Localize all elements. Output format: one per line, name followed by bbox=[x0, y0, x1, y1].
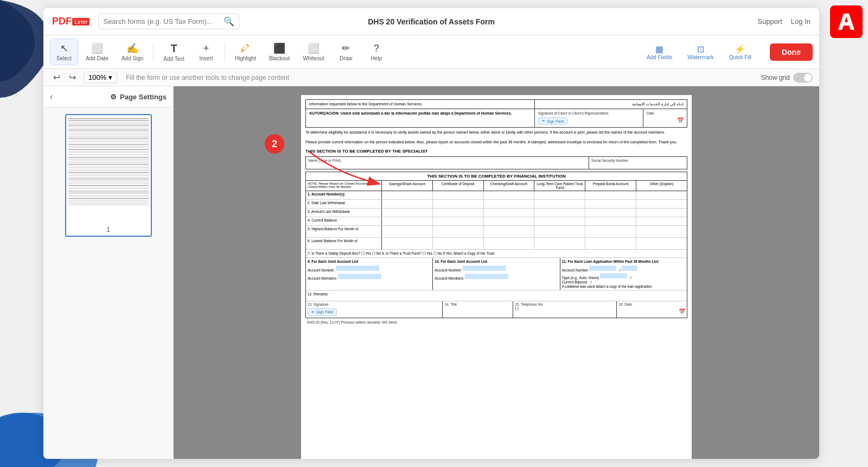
document-viewer[interactable]: 2 information requested below to th bbox=[174, 86, 819, 459]
date-cal-icon-2[interactable]: 📅 bbox=[679, 308, 685, 314]
fin-cell-3-6[interactable] bbox=[636, 209, 687, 217]
fin-cell-1-2[interactable] bbox=[433, 191, 484, 199]
fin-cell-6-6[interactable] bbox=[636, 238, 687, 249]
remarks-row: 12. Remarks: bbox=[306, 291, 687, 301]
header-left-text: information requested below to the Depar… bbox=[309, 102, 423, 106]
sign-field-button-1[interactable]: ✒ Sign Field bbox=[538, 117, 567, 125]
joint-1-members-input[interactable] bbox=[338, 274, 381, 279]
grid-toggle[interactable] bbox=[793, 73, 813, 83]
done-button[interactable]: Done bbox=[770, 43, 813, 61]
tool-quick-fill[interactable]: ⚡ Quick Fill bbox=[724, 42, 757, 62]
tool-watermark[interactable]: ⊡ Watermark bbox=[682, 42, 719, 62]
tool-blackout[interactable]: ⬛ Blackout bbox=[264, 39, 295, 65]
toolbar-right: ▦ Add Fields ⊡ Watermark ⚡ Quick Fill Do… bbox=[641, 42, 813, 62]
loan-acct-row: Account Number / bbox=[562, 265, 685, 272]
fin-cell-2-1[interactable] bbox=[382, 200, 433, 208]
search-icon[interactable]: 🔍 bbox=[224, 16, 234, 27]
tool-add-text[interactable]: T Add Text bbox=[158, 39, 190, 65]
sign-field-button-2[interactable]: ✒ Sign Field bbox=[308, 308, 337, 316]
fin-cell-5-2[interactable] bbox=[433, 226, 484, 237]
zoom-control[interactable]: 100% ▾ bbox=[84, 72, 117, 83]
fin-cell-1-5[interactable] bbox=[585, 191, 636, 199]
tool-highlight[interactable]: 🖍 Highlight bbox=[229, 40, 261, 65]
fin-cell-5-6[interactable] bbox=[636, 226, 687, 237]
fin-cell-3-3[interactable] bbox=[484, 209, 535, 217]
remarks-input[interactable] bbox=[329, 292, 669, 296]
page-thumbnail-1[interactable]: 1 bbox=[65, 114, 152, 237]
tool-insert[interactable]: + Insert bbox=[192, 40, 220, 65]
fin-cell-6-4[interactable] bbox=[534, 238, 585, 249]
fin-cell-4-5[interactable] bbox=[585, 217, 636, 225]
undo-button[interactable]: ↩ bbox=[50, 71, 63, 84]
logo-liner-text: Liner bbox=[72, 18, 90, 26]
auth-box: AUTORIZACION: Usted está autorizado a da… bbox=[305, 109, 687, 128]
fin-col-other: Other (Explain) bbox=[636, 181, 687, 191]
fin-cell-1-1[interactable] bbox=[382, 191, 433, 199]
sub-toolbar: ↩ ↪ 100% ▾ Fill the form or use another … bbox=[43, 69, 819, 86]
fin-cell-6-2[interactable] bbox=[433, 238, 484, 249]
fin-cell-4-1[interactable] bbox=[382, 217, 433, 225]
fin-cell-1-3[interactable] bbox=[484, 191, 535, 199]
login-link[interactable]: Log In bbox=[791, 17, 810, 26]
fin-cell-2-3[interactable] bbox=[484, 200, 535, 208]
fin-cell-4-4[interactable] bbox=[534, 217, 585, 225]
quick-fill-icon: ⚡ bbox=[735, 44, 745, 54]
fin-cell-2-4[interactable] bbox=[534, 200, 585, 208]
loan-type-input[interactable] bbox=[600, 273, 627, 279]
zoom-dropdown-icon: ▾ bbox=[108, 73, 112, 81]
thumb-form-content bbox=[66, 115, 151, 224]
fin-cell-2-6[interactable] bbox=[636, 200, 687, 208]
fin-cell-3-2[interactable] bbox=[433, 209, 484, 217]
sign-field-label-1: Sign Field bbox=[547, 119, 564, 123]
page-thumb-inner bbox=[66, 115, 151, 224]
fin-cell-6-3[interactable] bbox=[484, 238, 535, 249]
sidebar-pages: 1 bbox=[43, 108, 173, 459]
tool-add-date[interactable]: ⬜ Add Date bbox=[80, 39, 114, 65]
tool-add-fields[interactable]: ▦ Add Fields bbox=[641, 42, 678, 62]
fin-cell-6-5[interactable] bbox=[585, 238, 636, 249]
tool-select[interactable]: ↖ Select bbox=[50, 39, 78, 65]
name-input[interactable] bbox=[308, 163, 586, 167]
loan-acct-input[interactable] bbox=[589, 266, 616, 271]
fin-cell-4-2[interactable] bbox=[433, 217, 484, 225]
date-calendar-icon[interactable]: 📅 bbox=[677, 117, 684, 123]
undo-redo: ↩ ↪ bbox=[50, 71, 79, 84]
sign-pen-icon: ✒ bbox=[542, 119, 545, 123]
fin-cell-4-6[interactable] bbox=[636, 217, 687, 225]
tool-whiteout[interactable]: ⬜ Whiteout bbox=[297, 39, 329, 65]
fin-cell-2-2[interactable] bbox=[433, 200, 484, 208]
title-input[interactable] bbox=[444, 306, 504, 310]
fin-row-1: 1. Account Number(s): bbox=[306, 191, 687, 200]
fin-cell-3-1[interactable] bbox=[382, 209, 433, 217]
search-input[interactable] bbox=[103, 17, 224, 26]
fin-cell-5-3[interactable] bbox=[484, 226, 535, 237]
fin-cell-2-5[interactable] bbox=[585, 200, 636, 208]
fin-cell-5-5[interactable] bbox=[585, 226, 636, 237]
loan-acct-input-2[interactable] bbox=[621, 266, 637, 271]
joint-2-acct-input[interactable] bbox=[463, 266, 506, 271]
loan-balance-row: Current Balance / bbox=[562, 280, 685, 284]
fin-cell-3-4[interactable] bbox=[534, 209, 585, 217]
redo-button[interactable]: ↪ bbox=[66, 71, 79, 84]
search-box[interactable]: 🔍 bbox=[98, 14, 239, 29]
fin-cell-5-4[interactable] bbox=[534, 226, 585, 237]
fin-cell-5-1[interactable] bbox=[382, 226, 433, 237]
fin-cell-6-1[interactable] bbox=[382, 238, 433, 249]
sidebar-collapse-button[interactable]: ‹ bbox=[50, 92, 53, 102]
paragraph-2: Please provide current information on th… bbox=[305, 137, 687, 147]
tool-add-sign[interactable]: ✍ Add Sign bbox=[116, 39, 149, 65]
tool-help[interactable]: ? Help bbox=[362, 40, 391, 65]
fin-cell-3-5[interactable] bbox=[585, 209, 636, 217]
remarks-label: 12. Remarks: bbox=[308, 292, 329, 296]
tool-draw[interactable]: ✏ Draw bbox=[332, 39, 360, 65]
form-header-box: information requested below to the Depar… bbox=[305, 99, 687, 109]
fin-cell-1-6[interactable] bbox=[636, 191, 687, 199]
fin-cell-4-3[interactable] bbox=[484, 217, 535, 225]
ssn-input[interactable] bbox=[591, 163, 685, 167]
joint-1-acct-input[interactable] bbox=[336, 266, 379, 271]
support-link[interactable]: Support bbox=[757, 17, 782, 26]
sidebar-title: ⚙ Page Settings bbox=[110, 93, 167, 101]
joint-2-members-input[interactable] bbox=[465, 274, 508, 279]
add-sign-icon: ✍ bbox=[126, 42, 138, 54]
fin-cell-1-4[interactable] bbox=[534, 191, 585, 199]
